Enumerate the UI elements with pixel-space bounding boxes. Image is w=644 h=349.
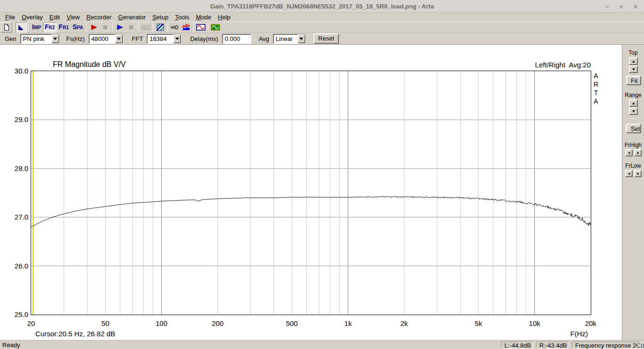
overlay-manager-button[interactable] [155,22,166,32]
fs-label: Fs(Hz) [66,35,86,42]
menu-setup[interactable]: Setup [149,13,172,21]
toolbar-separator [112,23,113,32]
averaging-select[interactable]: Linear [273,34,306,44]
chart-canvas[interactable] [31,71,591,315]
x-tick-label: 200 [212,319,223,327]
sample-rate-value: 48000 [89,34,110,43]
sine-green-icon [211,24,220,31]
mode-button-spa[interactable]: SPA [71,22,85,32]
menu-mode[interactable]: Mode [193,13,215,21]
sample-rate-select[interactable]: 48000 [89,34,124,44]
new-file-button[interactable] [1,22,12,32]
menu-view[interactable]: View [63,13,83,21]
mode-button-imp[interactable]: IMP [30,22,43,32]
y-tick-label: 28.0 [8,164,28,172]
play-stop-button[interactable] [125,22,137,32]
sine-red-icon [196,24,206,31]
x-axis-label: F(Hz) [31,330,588,338]
toolbar-separator [208,23,208,32]
play-icon [116,24,124,31]
chevron-down-icon[interactable] [51,34,59,43]
frhigh-decrease-button[interactable] [625,149,633,156]
delay-input[interactable] [222,34,251,44]
stop-icon [103,25,107,30]
signal-generator-button[interactable] [195,22,206,32]
plot-control-strip: Top Fit Range Set FrHigh FrLow [622,45,644,341]
minimize-icon[interactable]: – [603,2,611,10]
y-tick-label: 26.0 [8,262,28,270]
menu-edit[interactable]: Edit [46,13,63,21]
menu-recorder[interactable]: Recorder [83,13,115,21]
gen-label: Gen [4,35,17,42]
toolbar-separator [167,23,168,32]
maximize-icon[interactable]: + [618,2,625,10]
pointer-mode-button[interactable] [16,22,27,32]
triangle-mode-icon [17,24,25,31]
play-start-button[interactable] [114,22,125,32]
window-title: Gain_TPA3118PFFB27dB_NJM2068NE5532_2017_… [210,3,434,10]
fit-button[interactable]: Fit [626,76,641,85]
fft-label: FFT [131,35,144,42]
record-start-button[interactable] [88,22,99,32]
averaging-value: Linear [273,34,295,43]
menu-help[interactable]: Help [215,13,234,21]
mode-button-fr1[interactable]: FR1 [57,22,70,32]
microphone-calibration-button[interactable] [169,22,181,32]
chevron-down-icon[interactable] [297,34,305,43]
frhigh-label: FrHigh [622,142,644,148]
status-bar: Ready L:-44.8dB R:-43.4dB Frequency resp… [0,340,644,349]
generator-type-select[interactable]: PN pink [20,34,60,44]
mode-indicator: Frequency response 2Ch [572,341,641,349]
mode-button-fr2[interactable]: FR2 [43,22,57,32]
x-tick-label: 5k [475,319,482,327]
delay-label: Delay(ms) [189,35,219,42]
left-level-indicator: L:-44.8dB [501,341,533,349]
abc-labels-button[interactable]: ABC [140,22,151,32]
record-stop-button[interactable] [99,22,111,32]
toolbar-separator [14,23,14,32]
chevron-down-icon[interactable] [115,34,123,43]
abc-label-icon: ABC [140,24,151,31]
reset-button[interactable]: Reset [314,33,339,44]
x-tick-label: 2k [400,319,408,327]
y-tick-label: 30.0 [8,67,28,75]
window-controls: – + × [603,0,639,12]
frlow-decrease-button[interactable] [625,170,633,177]
menu-overlay[interactable]: Overlay [18,13,46,21]
channel-average-info: Left/Right Avg:20 [31,61,591,69]
avg-label: Avg [258,35,270,42]
x-tick-label: 20k [585,319,596,327]
frequency-response-chart[interactable] [31,71,591,315]
range-up-button[interactable] [629,99,638,107]
x-tick-label: 50 [101,319,109,327]
microphone-icon [171,24,179,31]
x-tick-label: 10k [529,319,540,327]
top-up-button[interactable] [629,57,638,65]
spectrum-scaling-button[interactable] [181,22,192,32]
fft-size-select[interactable]: 16384 [147,34,182,44]
toolbar-separator [193,23,194,32]
range-down-button[interactable] [629,107,638,115]
right-level-indicator: R:-43.4dB [536,341,569,349]
arta-window: Gain_TPA3118PFFB27dB_NJM2068NE5532_2017_… [0,0,644,349]
record-play-icon [90,24,98,31]
toolbar-separator [138,23,139,32]
measurement-mode-buttons: IMPFR2FR1SPA [30,22,85,32]
menu-tools[interactable]: Tools [172,13,192,21]
toolbar-separator [86,23,87,32]
top-down-button[interactable] [629,65,638,73]
close-icon[interactable]: × [632,2,639,10]
oscilloscope-button[interactable] [210,22,221,32]
title-bar: Gain_TPA3118PFFB27dB_NJM2068NE5532_2017_… [0,0,644,13]
set-button[interactable]: Set [626,124,641,133]
x-tick-label: 500 [286,319,298,327]
menu-file[interactable]: File [2,13,18,21]
menu-generator[interactable]: Generator [115,13,149,21]
toolbar-separator [28,23,29,32]
chevron-down-icon[interactable] [173,34,181,43]
frhigh-increase-button[interactable] [634,149,642,156]
toolbar: IMPFR2FR1SPA ABC [0,22,644,33]
resize-grip[interactable] [637,342,644,349]
frlow-increase-button[interactable] [634,170,642,177]
menu-bar: FileOverlayEditViewRecorderGeneratorSetu… [0,13,644,22]
